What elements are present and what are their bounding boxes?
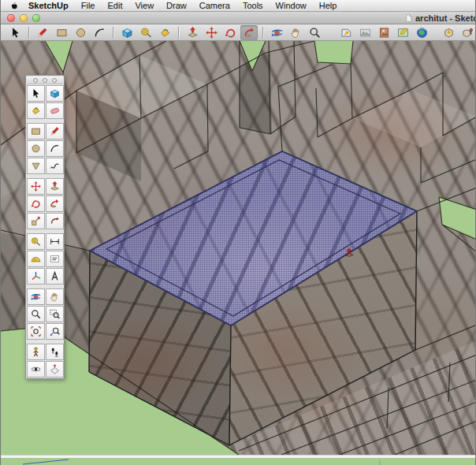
tape-measure-tool-button[interactable]: [137, 25, 154, 40]
document-icon: [404, 13, 413, 23]
line-tool-button[interactable]: [34, 25, 51, 40]
terrain-icon: [359, 26, 372, 39]
palette-select-tool[interactable]: [27, 85, 45, 102]
window-title-bar[interactable]: architut - Sketc: [1, 12, 476, 24]
section-plane-icon: [49, 363, 61, 375]
palette-move-tool[interactable]: [27, 178, 45, 195]
palette-zoom-window-tool[interactable]: [46, 306, 64, 322]
palette-scale-tool[interactable]: [27, 213, 45, 229]
palette-look-around-tool[interactable]: [27, 361, 45, 378]
palette-separator: [27, 175, 64, 177]
palette-3d-text-tool[interactable]: [46, 268, 64, 285]
dimension-icon: [49, 236, 61, 247]
share-models-icon: [461, 26, 474, 39]
move-arrows-icon: [205, 26, 218, 39]
select-icon: [30, 87, 42, 99]
palette-title-bar[interactable]: [27, 76, 63, 84]
menu-item-edit[interactable]: Edit: [101, 0, 128, 12]
paint-bucket-tool-button[interactable]: [156, 25, 173, 40]
main-toolbar: [1, 24, 476, 41]
block-edges: [1, 41, 476, 455]
menu-item-view[interactable]: View: [128, 0, 160, 12]
push-pull-tool-button[interactable]: [184, 25, 201, 40]
palette-freehand-tool[interactable]: [46, 158, 64, 174]
palette-separator: [27, 230, 64, 232]
menu-item-help[interactable]: Help: [313, 0, 344, 12]
photo-textures-button[interactable]: [376, 25, 393, 40]
tool-palette[interactable]: [25, 75, 65, 379]
arc-tool-button[interactable]: [91, 25, 108, 40]
orbit-tool-button[interactable]: [268, 25, 285, 40]
move-tool-button[interactable]: [203, 25, 220, 40]
pencil-icon: [49, 125, 61, 137]
viewport-3d[interactable]: [1, 41, 476, 455]
position-camera-icon: [30, 346, 42, 358]
palette-dimension-tool[interactable]: [46, 233, 64, 250]
palette-pan-tool[interactable]: [46, 288, 64, 305]
palette-circle-tool[interactable]: [27, 140, 45, 157]
eraser-icon: [49, 105, 61, 117]
palette-rotate-tool[interactable]: [27, 195, 45, 212]
share-models-button[interactable]: [459, 25, 476, 40]
palette-push-pull-tool[interactable]: [46, 178, 64, 195]
palette-zoom-extents-tool[interactable]: [27, 323, 45, 340]
palette-walk-tool[interactable]: [46, 344, 64, 360]
preview-model-icon: [396, 26, 410, 39]
circle-tool-button[interactable]: [72, 25, 89, 40]
menu-item-tools[interactable]: Tools: [236, 0, 270, 12]
palette-minimize-button[interactable]: [43, 78, 47, 83]
toolbar-separator: [28, 27, 29, 39]
menu-item-file[interactable]: File: [75, 0, 102, 12]
pan-hand-icon: [49, 291, 61, 303]
palette-orbit-tool[interactable]: [27, 288, 45, 305]
palette-paint-bucket-tool[interactable]: [27, 102, 45, 119]
menu-item-sketchup[interactable]: SketchUp: [22, 0, 75, 12]
palette-text-tool[interactable]: [46, 251, 64, 267]
palette-follow-me-tool[interactable]: [46, 195, 64, 212]
apple-menu-icon[interactable]: [9, 1, 19, 11]
palette-position-camera-tool[interactable]: [27, 344, 45, 360]
get-current-view-button[interactable]: [338, 25, 355, 40]
palette-eraser-tool[interactable]: [46, 102, 64, 119]
make-component-tool-button[interactable]: [118, 25, 136, 40]
palette-zoom-button[interactable]: [52, 78, 57, 83]
model-edges-overlay: [1, 41, 476, 455]
palette-zoom-tool[interactable]: [27, 306, 45, 322]
palette-arc-tool[interactable]: [46, 140, 64, 157]
ground-strip-bottom: [1, 458, 476, 465]
palette-axes-tool[interactable]: [27, 268, 45, 285]
rotate-tool-button[interactable]: [221, 25, 239, 40]
menu-item-window[interactable]: Window: [270, 0, 313, 12]
palette-line-tool[interactable]: [46, 123, 64, 140]
pan-tool-button[interactable]: [287, 25, 304, 40]
palette-section-plane-tool[interactable]: [46, 361, 64, 378]
select-tool-button[interactable]: [6, 25, 24, 40]
palette-zoom-previous-tool[interactable]: [46, 323, 64, 340]
palette-offset-tool[interactable]: [46, 213, 64, 229]
palette-rectangle-tool[interactable]: [27, 123, 45, 140]
menu-item-draw[interactable]: Draw: [160, 0, 193, 12]
offset-inner-rectangle: [106, 160, 400, 316]
palette-close-button[interactable]: [33, 78, 38, 83]
toggle-terrain-button[interactable]: [357, 25, 374, 40]
palette-polygon-tool[interactable]: [27, 158, 45, 174]
menu-item-camera[interactable]: Camera: [193, 0, 236, 12]
protractor-icon: [30, 253, 42, 265]
follow-me-tool-button[interactable]: [240, 25, 258, 40]
palette-tape-measure-tool[interactable]: [27, 233, 45, 250]
get-models-button[interactable]: [440, 25, 457, 40]
google-earth-button[interactable]: [414, 25, 431, 40]
palette-protractor-tool[interactable]: [27, 251, 45, 267]
close-button[interactable]: [7, 14, 15, 22]
minimize-button[interactable]: [20, 14, 28, 22]
preview-in-google-earth-button[interactable]: [395, 25, 412, 40]
orbit-icon: [270, 26, 284, 39]
zoom-tool-button[interactable]: [306, 25, 323, 40]
zoom-button[interactable]: [32, 14, 40, 22]
3d-text-icon: [49, 270, 61, 282]
rectangle-tool-button[interactable]: [53, 25, 70, 40]
paint-bucket-icon: [30, 105, 42, 117]
zoom-previous-icon: [49, 326, 61, 337]
toolbar-separator: [262, 27, 263, 39]
palette-make-component-tool[interactable]: [46, 85, 64, 102]
